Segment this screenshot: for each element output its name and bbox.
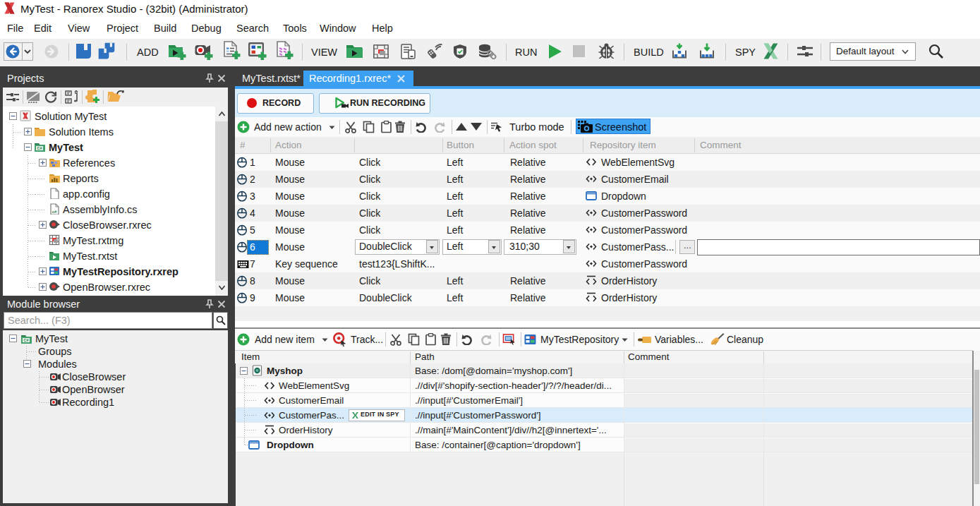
svg-text:C#: C# bbox=[23, 338, 28, 342]
svg-text:c#: c# bbox=[52, 210, 57, 214]
svg-text:C#: C# bbox=[37, 146, 42, 150]
